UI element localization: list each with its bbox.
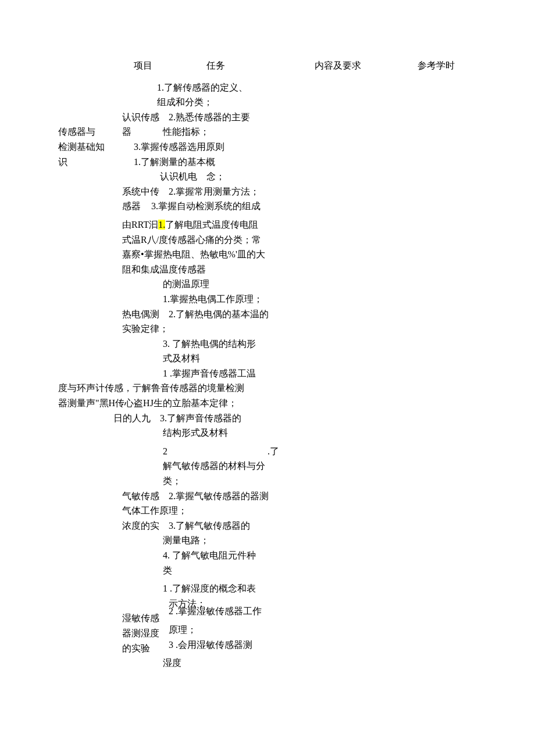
content-line: 实验定律； — [122, 321, 477, 336]
text-fragment: 2 — [163, 444, 172, 459]
content-line: 2.掌握常用测量方法； — [169, 184, 259, 199]
content-line: 湿度 — [163, 655, 477, 671]
table-header-row: 项目 任务 内容及要求 参考学时 — [58, 58, 477, 73]
text-fragment: 由RRT汩 — [122, 220, 158, 230]
content-line: 解气敏传感器的材料与分 — [163, 458, 477, 474]
content-line: 2.熟悉传感器的主要 — [169, 110, 250, 125]
content-line: 3.掌握传感器选用原则 — [134, 139, 224, 155]
task-label: 系统中传 — [122, 184, 169, 199]
section-1: 1.了解传感器的定义、 组成和分类； 认识传感 2.熟悉传感器的主要 传感器与 … — [58, 80, 477, 214]
content-line: 类 — [163, 563, 477, 578]
table-body: 1.了解传感器的定义、 组成和分类； 认识传感 2.熟悉传感器的主要 传感器与 … — [58, 80, 477, 671]
content-line: 阻和集成温度传感器 — [122, 262, 477, 277]
content-line: 原理； — [169, 622, 197, 637]
document-page: 项目 任务 内容及要求 参考学时 1.了解传感器的定义、 组成和分类； 认识传感… — [0, 0, 535, 705]
content-line: 2.掌握气敏传感器的器测 — [169, 489, 269, 504]
task-label: 日的人九 — [113, 411, 160, 426]
task-label: 湿敏传感 — [122, 611, 169, 626]
section-2: 由RRT汩1.了解电阻式温度传电阻 式温R八/度传感器心痛的分类；常 嘉察•掌握… — [58, 217, 477, 440]
content-line: 器测量声"黑H传心盗HJ生的立胎基本定律； — [58, 396, 477, 411]
content-line: 1.了解传感器的定义、 — [157, 80, 477, 95]
content-line: 式及材料 — [163, 351, 477, 366]
task-label: 感器 — [122, 199, 151, 214]
content-line: 结构形式及材料 — [163, 425, 477, 440]
content-line: 嘉察•掌握热电阻、热敏电%'皿的大 — [122, 247, 477, 262]
content-line: 2 .掌握湿敏传感器工作 — [169, 604, 262, 619]
content-line: 2.了解热电偶的基本温的 — [169, 307, 269, 322]
header-content: 内容及要求 — [315, 58, 394, 73]
content-line: 类； — [163, 474, 477, 489]
content-line: 3 .会用湿敏传感器测 — [169, 637, 252, 653]
task-label: 热电偶测 — [122, 307, 169, 322]
project-label: 识 — [58, 155, 76, 170]
header-hours: 参考学时 — [418, 58, 477, 73]
content-line: 1 .掌握声音传感器工温 — [163, 366, 477, 381]
content-line: 组成和分类； — [157, 95, 477, 110]
task-label: 气敏传感 — [122, 489, 169, 504]
content-line: 3.了解气敏传感器的 — [169, 518, 250, 533]
header-task: 任务 — [206, 58, 286, 73]
text-fragment: 了解电阻式温度传电阻 — [165, 220, 258, 230]
section-4: 1 .了解湿度的概念和表 示方法； 湿敏传感 2 .掌握湿敏传感器工作 器测湿度… — [58, 581, 477, 671]
content-line: 3. 了解热电偶的结构形 — [163, 336, 477, 352]
content-line: 4. 了解气敏电阻元件种 — [163, 548, 477, 563]
content-line: 1.了解测量的基本概 — [134, 155, 215, 170]
highlighted-text: 1. — [158, 220, 165, 230]
content-line: 的测温原理 — [163, 277, 477, 292]
content-line: 测量电路； — [163, 533, 477, 548]
content-line: 性能指标； — [163, 124, 209, 139]
task-label: 认识机电 — [160, 169, 206, 184]
task-label: 的实验 — [122, 641, 169, 656]
task-label: 认识传感 — [122, 110, 169, 125]
task-label: 浓度的实 — [122, 518, 169, 533]
task-label: 器 — [122, 124, 145, 139]
project-label: 检测基础知 — [58, 139, 122, 155]
content-line: 3.掌握自动检测系统的组成 — [151, 199, 261, 214]
content-line: 式温R八/度传感器心痛的分类；常 — [122, 232, 477, 248]
content-line: 1.掌握热电偶工作原理； — [163, 292, 477, 307]
content-line: 度与环声计传感，亍解鲁音传感器的境量检测 — [58, 381, 477, 396]
content-line: 3.了解声音传感器的 — [160, 411, 241, 426]
content-line: 气体工作原理； — [122, 503, 477, 518]
content-line: 由RRT汩1.了解电阻式温度传电阻 — [122, 217, 258, 232]
text-fragment: .了 — [268, 444, 279, 459]
task-label: 器测湿度 — [122, 626, 169, 641]
content-line: 1 .了解湿度的概念和表 — [163, 581, 477, 596]
section-3: 2 .了 解气敏传感器的材料与分 类； 气敏传感 2.掌握气敏传感器的器测 气体… — [58, 444, 477, 578]
content-line: 念； — [206, 169, 225, 184]
project-label: 传感器与 — [58, 124, 122, 139]
header-project: 项目 — [134, 58, 183, 73]
